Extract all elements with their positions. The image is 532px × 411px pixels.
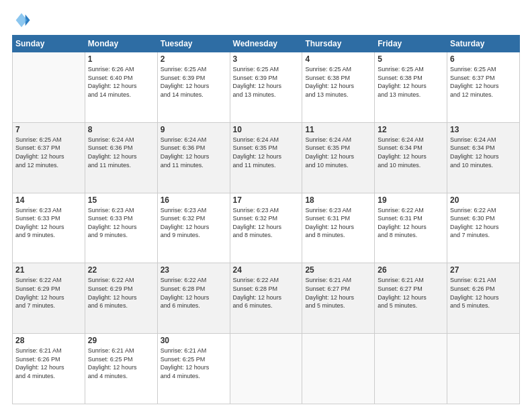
calendar-cell	[230, 334, 302, 404]
day-info: Sunrise: 6:25 AM Sunset: 6:38 PM Dayligh…	[378, 65, 444, 99]
calendar-cell	[375, 334, 447, 404]
day-info: Sunrise: 6:24 AM Sunset: 6:34 PM Dayligh…	[450, 136, 517, 169]
calendar-cell: 27Sunrise: 6:21 AM Sunset: 6:26 PM Dayli…	[447, 263, 520, 334]
weekday-header: Saturday	[447, 36, 520, 52]
calendar-cell: 4Sunrise: 6:25 AM Sunset: 6:38 PM Daylig…	[302, 52, 375, 123]
calendar-cell: 1Sunrise: 6:26 AM Sunset: 6:40 PM Daylig…	[85, 52, 157, 123]
logo	[12, 11, 34, 30]
day-number: 20	[450, 195, 517, 205]
day-number: 11	[305, 125, 371, 134]
day-number: 12	[378, 125, 444, 134]
day-info: Sunrise: 6:21 AM Sunset: 6:25 PM Dayligh…	[88, 347, 154, 380]
day-number: 27	[450, 265, 517, 275]
day-number: 16	[161, 195, 227, 205]
day-info: Sunrise: 6:25 AM Sunset: 6:37 PM Dayligh…	[450, 65, 517, 99]
day-number: 17	[233, 195, 300, 205]
weekday-header: Wednesday	[230, 36, 302, 52]
day-info: Sunrise: 6:23 AM Sunset: 6:32 PM Dayligh…	[233, 206, 300, 240]
calendar-cell: 22Sunrise: 6:22 AM Sunset: 6:29 PM Dayli…	[85, 263, 157, 334]
calendar-cell: 24Sunrise: 6:22 AM Sunset: 6:28 PM Dayli…	[230, 263, 302, 334]
day-number: 24	[233, 265, 300, 275]
calendar-cell: 3Sunrise: 6:25 AM Sunset: 6:39 PM Daylig…	[230, 52, 302, 123]
calendar-row: 21Sunrise: 6:22 AM Sunset: 6:29 PM Dayli…	[13, 263, 520, 334]
calendar-row: 7Sunrise: 6:25 AM Sunset: 6:37 PM Daylig…	[13, 122, 520, 193]
day-info: Sunrise: 6:26 AM Sunset: 6:40 PM Dayligh…	[88, 65, 154, 99]
calendar-cell: 15Sunrise: 6:23 AM Sunset: 6:33 PM Dayli…	[85, 193, 157, 263]
day-info: Sunrise: 6:21 AM Sunset: 6:26 PM Dayligh…	[15, 347, 82, 380]
weekday-header: Friday	[375, 36, 447, 52]
calendar-cell: 14Sunrise: 6:23 AM Sunset: 6:33 PM Dayli…	[13, 193, 85, 263]
calendar-cell: 12Sunrise: 6:24 AM Sunset: 6:34 PM Dayli…	[375, 122, 447, 193]
calendar-cell: 7Sunrise: 6:25 AM Sunset: 6:37 PM Daylig…	[13, 122, 85, 193]
calendar-row: 14Sunrise: 6:23 AM Sunset: 6:33 PM Dayli…	[13, 193, 520, 263]
day-info: Sunrise: 6:21 AM Sunset: 6:27 PM Dayligh…	[305, 276, 371, 310]
calendar-cell: 30Sunrise: 6:21 AM Sunset: 6:25 PM Dayli…	[157, 334, 230, 404]
day-info: Sunrise: 6:24 AM Sunset: 6:34 PM Dayligh…	[378, 136, 444, 169]
day-number: 2	[161, 54, 227, 64]
day-number: 29	[88, 336, 154, 345]
day-number: 7	[15, 125, 82, 134]
day-info: Sunrise: 6:24 AM Sunset: 6:35 PM Dayligh…	[233, 136, 300, 169]
day-number: 14	[15, 195, 82, 205]
day-number: 6	[450, 54, 517, 64]
day-number: 15	[88, 195, 154, 205]
day-number: 9	[161, 125, 227, 134]
day-number: 21	[15, 265, 82, 275]
weekday-header: Tuesday	[157, 36, 230, 52]
day-info: Sunrise: 6:24 AM Sunset: 6:36 PM Dayligh…	[161, 136, 227, 169]
day-number: 1	[88, 54, 154, 64]
day-number: 5	[378, 54, 444, 64]
day-number: 13	[450, 125, 517, 134]
calendar-cell: 18Sunrise: 6:23 AM Sunset: 6:31 PM Dayli…	[302, 193, 375, 263]
weekday-header: Thursday	[302, 36, 375, 52]
calendar-cell: 10Sunrise: 6:24 AM Sunset: 6:35 PM Dayli…	[230, 122, 302, 193]
day-number: 26	[378, 265, 444, 275]
day-info: Sunrise: 6:21 AM Sunset: 6:27 PM Dayligh…	[378, 276, 444, 310]
day-number: 18	[305, 195, 371, 205]
day-info: Sunrise: 6:22 AM Sunset: 6:30 PM Dayligh…	[450, 206, 517, 240]
day-info: Sunrise: 6:22 AM Sunset: 6:29 PM Dayligh…	[88, 276, 154, 310]
day-info: Sunrise: 6:23 AM Sunset: 6:33 PM Dayligh…	[15, 206, 82, 240]
day-info: Sunrise: 6:21 AM Sunset: 6:26 PM Dayligh…	[450, 276, 517, 310]
calendar-header-row: SundayMondayTuesdayWednesdayThursdayFrid…	[13, 36, 520, 52]
calendar-cell: 13Sunrise: 6:24 AM Sunset: 6:34 PM Dayli…	[447, 122, 520, 193]
day-info: Sunrise: 6:24 AM Sunset: 6:36 PM Dayligh…	[88, 136, 154, 169]
day-info: Sunrise: 6:24 AM Sunset: 6:35 PM Dayligh…	[305, 136, 371, 169]
calendar-cell: 26Sunrise: 6:21 AM Sunset: 6:27 PM Dayli…	[375, 263, 447, 334]
calendar-cell: 17Sunrise: 6:23 AM Sunset: 6:32 PM Dayli…	[230, 193, 302, 263]
day-info: Sunrise: 6:25 AM Sunset: 6:38 PM Dayligh…	[305, 65, 371, 99]
day-number: 3	[233, 54, 300, 64]
day-info: Sunrise: 6:22 AM Sunset: 6:28 PM Dayligh…	[233, 276, 300, 310]
day-number: 8	[88, 125, 154, 134]
day-number: 28	[15, 336, 82, 345]
day-number: 4	[305, 54, 371, 64]
logo-icon	[12, 11, 31, 30]
calendar-cell: 2Sunrise: 6:25 AM Sunset: 6:39 PM Daylig…	[157, 52, 230, 123]
calendar-cell: 9Sunrise: 6:24 AM Sunset: 6:36 PM Daylig…	[157, 122, 230, 193]
weekday-header: Monday	[85, 36, 157, 52]
calendar-cell: 16Sunrise: 6:23 AM Sunset: 6:32 PM Dayli…	[157, 193, 230, 263]
calendar-table: SundayMondayTuesdayWednesdayThursdayFrid…	[12, 35, 520, 404]
calendar-cell: 6Sunrise: 6:25 AM Sunset: 6:37 PM Daylig…	[447, 52, 520, 123]
day-info: Sunrise: 6:21 AM Sunset: 6:25 PM Dayligh…	[161, 347, 227, 380]
weekday-header: Sunday	[13, 36, 85, 52]
header	[12, 11, 520, 30]
day-info: Sunrise: 6:23 AM Sunset: 6:33 PM Dayligh…	[88, 206, 154, 240]
calendar-row: 28Sunrise: 6:21 AM Sunset: 6:26 PM Dayli…	[13, 334, 520, 404]
calendar-cell	[302, 334, 375, 404]
calendar-cell: 5Sunrise: 6:25 AM Sunset: 6:38 PM Daylig…	[375, 52, 447, 123]
calendar-cell	[447, 334, 520, 404]
calendar-cell: 28Sunrise: 6:21 AM Sunset: 6:26 PM Dayli…	[13, 334, 85, 404]
day-info: Sunrise: 6:25 AM Sunset: 6:39 PM Dayligh…	[161, 65, 227, 99]
day-number: 22	[88, 265, 154, 275]
calendar-cell: 11Sunrise: 6:24 AM Sunset: 6:35 PM Dayli…	[302, 122, 375, 193]
day-info: Sunrise: 6:23 AM Sunset: 6:32 PM Dayligh…	[161, 206, 227, 240]
day-info: Sunrise: 6:25 AM Sunset: 6:39 PM Dayligh…	[233, 65, 300, 99]
calendar-row: 1Sunrise: 6:26 AM Sunset: 6:40 PM Daylig…	[13, 52, 520, 123]
calendar-cell: 23Sunrise: 6:22 AM Sunset: 6:28 PM Dayli…	[157, 263, 230, 334]
day-number: 25	[305, 265, 371, 275]
day-info: Sunrise: 6:25 AM Sunset: 6:37 PM Dayligh…	[15, 136, 82, 169]
calendar-cell: 8Sunrise: 6:24 AM Sunset: 6:36 PM Daylig…	[85, 122, 157, 193]
calendar-cell: 19Sunrise: 6:22 AM Sunset: 6:31 PM Dayli…	[375, 193, 447, 263]
page: SundayMondayTuesdayWednesdayThursdayFrid…	[0, 0, 532, 411]
